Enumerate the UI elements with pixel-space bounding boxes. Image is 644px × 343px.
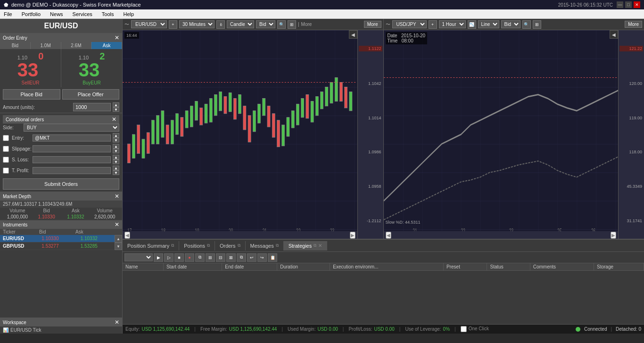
amount-up[interactable]: ▲	[113, 102, 119, 107]
chart-usdjpy-nav-left[interactable]: ◀	[610, 30, 618, 39]
slippage-down[interactable]: ▼	[113, 149, 119, 153]
one-click-item[interactable]: One Click	[461, 326, 489, 332]
chart-eurusd-price-type[interactable]: Bid	[256, 20, 275, 28]
tprofit-up[interactable]: ▲	[113, 166, 119, 170]
tab-ask[interactable]: Ask	[91, 42, 122, 49]
strategies-btn5[interactable]: ⧉	[237, 253, 246, 262]
chart-usdjpy-more-button[interactable]: More	[625, 21, 642, 28]
strategies-btn3[interactable]: ⊟	[216, 253, 225, 262]
tab-bid[interactable]: Bid	[0, 42, 31, 49]
strategies-play2[interactable]: ▷	[164, 253, 173, 262]
strategies-btn7[interactable]: ↪	[257, 253, 267, 262]
place-bid-button[interactable]: Place Bid	[3, 89, 60, 100]
tab-strategies-popup[interactable]: ⧉	[314, 243, 316, 248]
strategies-btn4[interactable]: ⊠	[226, 253, 236, 262]
chart-eurusd-scroll-left[interactable]: ◀	[124, 232, 130, 239]
chart-usdjpy-body[interactable]: Date 2015-10-20 Time 08:00 Slow %D: 44.5…	[384, 30, 644, 239]
order-entry-close[interactable]: ✕	[115, 34, 119, 41]
chart-usdjpy-type-icon[interactable]: 📉	[468, 20, 476, 29]
submit-orders-button[interactable]: Submit Orders	[3, 178, 119, 190]
chart-eurusd-scroll-right[interactable]: ▶	[350, 232, 355, 239]
cond-sloss-input[interactable]	[33, 156, 111, 163]
strategies-btn1[interactable]: ⧉	[195, 253, 205, 262]
strategies-record[interactable]: ●	[185, 253, 194, 262]
minimize-button[interactable]: —	[617, 1, 623, 8]
cond-tprofit-check[interactable]	[3, 167, 9, 174]
close-button[interactable]: ✕	[634, 1, 640, 8]
tab-orders-popup[interactable]: ⧉	[238, 243, 240, 248]
chart-usdjpy-expand[interactable]: ⊞	[533, 20, 541, 29]
sloss-up[interactable]: ▲	[113, 155, 119, 159]
chart-usdjpy-type[interactable]: Line	[478, 20, 499, 28]
menu-help[interactable]: Help	[121, 10, 136, 18]
cond-tprofit-input[interactable]	[33, 167, 111, 174]
amount-input[interactable]	[73, 103, 111, 111]
cond-sloss-check[interactable]	[3, 157, 9, 163]
chart-usdjpy-scroll-left[interactable]: ◀	[386, 232, 391, 239]
chart-eurusd-zoom-out[interactable]: 🔍	[277, 20, 286, 29]
chart-usdjpy-symbol-select[interactable]: USD/JPY	[392, 20, 427, 28]
chart-eurusd-type[interactable]: Candle	[227, 20, 254, 28]
tab-positions-popup[interactable]: ⧉	[207, 243, 210, 248]
tab-position-summary[interactable]: Position Summary ⧉	[123, 241, 179, 251]
tprofit-down[interactable]: ▼	[113, 170, 119, 175]
col-exec-env: Execution environm...	[330, 263, 444, 271]
workspace-close[interactable]: ✕	[115, 319, 119, 326]
chart-usdjpy-add-indicator[interactable]: +	[429, 20, 437, 29]
entry-up[interactable]: ▲	[113, 133, 119, 138]
strategies-btn8[interactable]: 📋	[268, 253, 277, 262]
menu-file[interactable]: File	[2, 10, 14, 18]
chart-eurusd-add-indicator[interactable]: +	[169, 20, 177, 29]
strategies-play[interactable]: ▶	[154, 253, 163, 262]
entry-down[interactable]: ▼	[113, 138, 119, 142]
maximize-button[interactable]: □	[625, 1, 632, 8]
tab-strategies-close[interactable]: ✕	[318, 243, 322, 248]
chart-eurusd-timeframe[interactable]: 30 Minutes	[179, 20, 215, 28]
strategies-select[interactable]	[124, 253, 153, 261]
chart-usdjpy-timeframe[interactable]: 1 Hour	[439, 20, 466, 28]
tab-position-summary-popup[interactable]: ⧉	[171, 243, 174, 248]
strategies-stop[interactable]: ■	[174, 253, 184, 262]
cond-slippage-input[interactable]	[33, 145, 111, 152]
place-offer-button[interactable]: Place Offer	[62, 89, 120, 100]
instruments-title: Instruments	[3, 222, 27, 227]
slippage-up[interactable]: ▲	[113, 144, 119, 149]
strategies-btn6[interactable]: ↩	[247, 253, 256, 262]
cond-slippage-check[interactable]	[3, 146, 9, 152]
tab-1m[interactable]: 1.0M	[31, 42, 61, 49]
menu-services[interactable]: Services	[71, 10, 94, 18]
chart-eurusd-symbol-select[interactable]: EUR/USD	[131, 20, 167, 28]
cond-entry-input[interactable]	[33, 134, 111, 142]
instrument-eurusd[interactable]: EUR/USD 1.10330 1.10332	[0, 235, 122, 243]
tab-messages[interactable]: Messages ⧉	[246, 241, 284, 251]
chart-usdjpy-scroll-right[interactable]: ▶	[611, 232, 616, 239]
instrument-gbpusd[interactable]: GBP/USD 1.53277 1.53285	[0, 243, 122, 250]
menu-portfolio[interactable]: Portfolio	[20, 10, 42, 18]
instruments-close[interactable]: ✕	[115, 221, 119, 228]
chart-eurusd-expand[interactable]: ⊞	[288, 20, 296, 29]
chart-eurusd-body[interactable]: 16:44	[123, 30, 383, 239]
cond-entry-check[interactable]	[3, 135, 9, 141]
tab-2m[interactable]: 2.6M	[61, 42, 92, 49]
tab-positions[interactable]: Positions ⧉	[179, 241, 215, 251]
cond-orders-close[interactable]: ✕	[112, 116, 116, 123]
strategies-btn2[interactable]: ⊞	[206, 253, 215, 262]
chart-eurusd-more-button[interactable]: More	[364, 21, 381, 28]
chart-eurusd-candle-icon[interactable]: 🕯	[216, 20, 225, 29]
market-depth-close[interactable]: ✕	[115, 193, 119, 200]
tab-orders[interactable]: Orders ⧉	[215, 241, 246, 251]
amount-down[interactable]: ▼	[113, 107, 119, 112]
tab-strategies[interactable]: Strategies ⧉ ✕	[284, 241, 328, 251]
one-click-checkbox[interactable]	[461, 326, 467, 332]
cond-slippage-row: Slippage: ▲ ▼	[3, 144, 119, 153]
tab-messages-popup[interactable]: ⧉	[276, 243, 279, 248]
chart-usdjpy-zoom[interactable]: 🔍	[522, 20, 531, 29]
sloss-down[interactable]: ▼	[113, 159, 119, 164]
inst-scroll-up[interactable]: ▲	[115, 235, 122, 243]
chart-usdjpy-price-type[interactable]: Bid	[501, 20, 520, 28]
menu-tools[interactable]: Tools	[100, 10, 116, 18]
menu-news[interactable]: News	[48, 10, 65, 18]
inst-scroll-down[interactable]: ▼	[115, 243, 122, 250]
chart-eurusd-nav-left[interactable]: ◀	[349, 30, 357, 39]
cond-side-select[interactable]: BUYSELL	[24, 124, 119, 132]
